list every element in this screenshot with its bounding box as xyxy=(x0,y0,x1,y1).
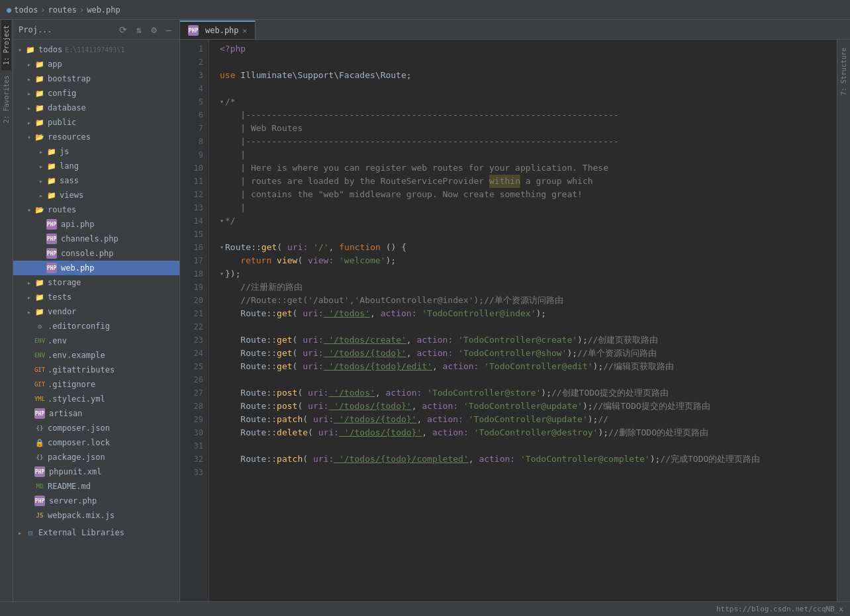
folder-icon-lang: 📁 xyxy=(46,161,57,171)
token-29-11: // xyxy=(598,413,608,426)
tree-item-storage[interactable]: 📁 storage xyxy=(13,275,179,290)
tree-item-env-example[interactable]: ENV .env.example xyxy=(13,348,179,363)
line-num-5: 5 xyxy=(180,95,209,109)
tree-item-database[interactable]: 📁 database xyxy=(13,101,179,115)
tree-arrow-gitattributes xyxy=(25,366,33,374)
folder-icon-routes: 📂 xyxy=(34,204,45,215)
tree-item-package-json[interactable]: {} package.json xyxy=(13,450,179,464)
token-30-6: '/todos/{todo}' xyxy=(339,426,422,439)
code-line-15 xyxy=(220,228,837,241)
fold-5[interactable]: ▾ xyxy=(220,95,224,109)
fold-16[interactable]: ▾ xyxy=(220,241,224,254)
tree-item-gitattributes[interactable]: GIT .gitattributes xyxy=(13,363,179,377)
line-num-23: 23 xyxy=(180,333,209,347)
token-17-4: view: xyxy=(308,254,334,267)
fold-14[interactable]: ▾ xyxy=(220,214,224,228)
file-icon-editorconfig: ⚙ xyxy=(34,321,45,331)
tree-item-bootstrap[interactable]: 📁 bootstrap xyxy=(13,71,179,86)
php-icon-console: PHP xyxy=(46,248,57,259)
tree-item-artisan[interactable]: PHP artisan xyxy=(13,406,179,421)
line-num-1: 1 xyxy=(180,42,209,56)
folder-icon-tests: 📁 xyxy=(34,292,45,302)
token-8-1: |---------------------------------------… xyxy=(220,135,619,148)
line-num-24: 24 xyxy=(180,347,209,360)
token-29-7: , xyxy=(416,413,427,426)
tree-item-app[interactable]: 📁 app xyxy=(13,57,179,71)
tree-item-views[interactable]: 📁 views xyxy=(13,188,179,202)
token-24-5: uri: xyxy=(303,347,323,360)
tree-item-sass[interactable]: 📁 sass xyxy=(13,173,179,188)
tree-item-lang[interactable]: 📁 lang xyxy=(13,159,179,173)
tree-item-composer-json[interactable]: {} composer.json xyxy=(13,421,179,435)
tree-item-api-php[interactable]: PHP api.php xyxy=(13,217,179,232)
tree-item-phpunit-xml[interactable]: PHP phpunit.xml xyxy=(13,464,179,479)
folder-icon-todos: 📁 xyxy=(25,44,36,55)
tree-item-external-libs[interactable]: ⊟ External Libraries xyxy=(13,525,179,540)
tree-item-composer-lock[interactable]: 🔒 composer.lock xyxy=(13,435,179,450)
token-27-1: Route xyxy=(220,386,266,400)
token-3-3: ; xyxy=(406,69,412,82)
tree-item-readme[interactable]: MD README.md xyxy=(13,479,179,494)
tree-item-server-php[interactable]: PHP server.php xyxy=(13,494,179,508)
token-23-10: ); xyxy=(577,333,588,347)
tree-item-resources[interactable]: 📂 resources xyxy=(13,130,179,144)
line-num-18: 18 xyxy=(180,267,209,281)
token-32-8: action: xyxy=(479,453,515,466)
tree-item-config[interactable]: 📁 config xyxy=(13,86,179,101)
tree-arrow-resources xyxy=(25,133,33,141)
token-21-10: ); xyxy=(536,307,546,320)
line-num-6: 6 xyxy=(180,109,209,122)
tree-item-routes[interactable]: 📂 routes xyxy=(13,202,179,217)
token-30-5: uri: xyxy=(318,426,339,439)
left-tab-project[interactable]: 1: Project xyxy=(1,20,11,70)
left-tab-favorites[interactable]: 2: Favorites xyxy=(1,70,11,128)
code-line-16: ▾Route::get( uri: '/', function () { xyxy=(220,241,837,254)
tree-item-console-php[interactable]: PHP console.php xyxy=(13,246,179,261)
token-6-1: |---------------------------------------… xyxy=(220,109,619,122)
tree-item-editorconfig[interactable]: ⚙ .editorconfig xyxy=(13,319,179,333)
title-project-icon: ● xyxy=(7,5,11,15)
token-28-5: uri: xyxy=(308,400,328,413)
expand-icon[interactable]: ⇅ xyxy=(134,23,144,36)
tree-item-gitignore[interactable]: GIT .gitignore xyxy=(13,377,179,392)
tree-item-js[interactable]: 📁 js xyxy=(13,144,179,159)
fold-18[interactable]: ▾ xyxy=(220,267,224,281)
token-30-8: action: xyxy=(432,426,469,439)
tab-web-php[interactable]: PHP web.php ✕ xyxy=(180,21,256,39)
editor-content: 1 2 3 4 5 6 7 8 9 10 11 12 13 14 15 16 1… xyxy=(180,40,850,601)
token-21-9: 'TodoController@index' xyxy=(416,307,536,320)
tree-item-web-php[interactable]: PHP web.php xyxy=(13,261,179,275)
tree-item-webpack[interactable]: JS webpack.mix.js xyxy=(13,508,179,523)
token-23-11: //创建页获取路由 xyxy=(588,333,659,347)
right-tab-structure[interactable]: 7: Structure xyxy=(839,42,849,101)
tree-arrow-storage xyxy=(25,279,33,286)
tree-item-styleci[interactable]: YML .styleci.yml xyxy=(13,392,179,406)
code-area[interactable]: <?php use Illuminate\Support\Facades\Rou… xyxy=(209,40,837,601)
tab-label-web-php: web.php xyxy=(205,26,239,35)
minimize-icon[interactable]: — xyxy=(164,23,174,36)
tree-item-env[interactable]: ENV .env xyxy=(13,333,179,348)
token-21-3: get xyxy=(277,307,292,320)
line-num-19: 19 xyxy=(180,281,209,294)
tree-arrow-routes xyxy=(25,206,33,214)
tab-close-web-php[interactable]: ✕ xyxy=(243,26,248,35)
file-icon-env-example: ENV xyxy=(34,350,45,361)
tree-item-vendor[interactable]: 📁 vendor xyxy=(13,304,179,319)
token-28-4: ( xyxy=(297,400,308,413)
token-16-3: get xyxy=(261,241,277,254)
token-27-2: :: xyxy=(266,386,277,400)
line-numbers: 1 2 3 4 5 6 7 8 9 10 11 12 13 14 15 16 1… xyxy=(180,40,209,601)
sync-icon[interactable]: ⟳ xyxy=(117,23,130,36)
code-line-7: | Web Routes xyxy=(220,122,837,135)
tree-item-public[interactable]: 📁 public xyxy=(13,115,179,130)
settings-icon[interactable]: ⚙ xyxy=(148,23,159,36)
line-num-21: 21 xyxy=(180,307,209,320)
line-num-17: 17 xyxy=(180,254,209,267)
tree-item-channels-php[interactable]: PHP channels.php xyxy=(13,232,179,246)
tree-label-lang: lang xyxy=(60,161,79,171)
token-29-10: ); xyxy=(588,413,598,426)
token-17-5: 'welcome' xyxy=(334,254,385,267)
token-30-11: //删除TODO的处理页路由 xyxy=(608,426,708,439)
tree-item-root[interactable]: 📁 todos E:\1141197493\1 xyxy=(13,42,179,57)
tree-item-tests[interactable]: 📁 tests xyxy=(13,290,179,304)
